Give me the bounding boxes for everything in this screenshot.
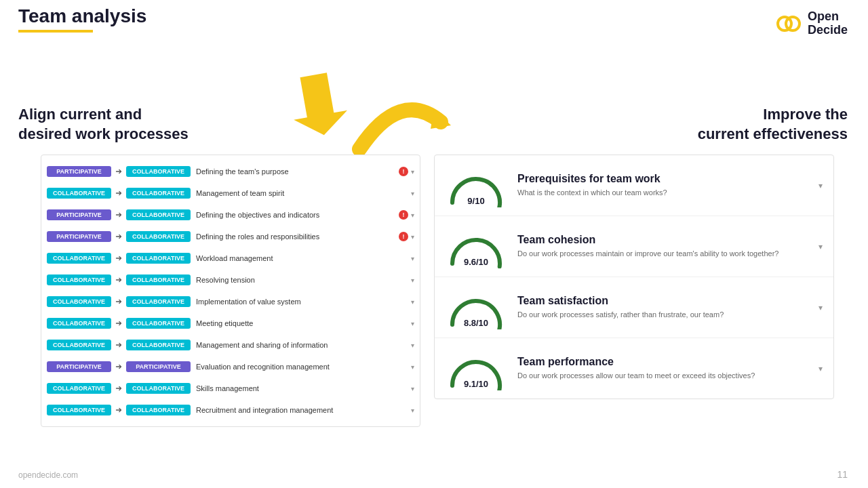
process-row[interactable]: PARTICIPATIVE COLLABORATIVE Defining the… (41, 161, 420, 182)
process-row[interactable]: PARTICIPATIVE COLLABORATIVE Defining the… (41, 204, 420, 226)
process-row[interactable]: COLLABORATIVE COLLABORATIVE Meeting etiq… (41, 312, 420, 334)
alert-indicator: ! (399, 167, 408, 176)
process-row[interactable]: PARTICIPATIVE COLLABORATIVE Defining the… (41, 226, 420, 247)
metric-info: Team cohesion Do our work processes main… (517, 234, 808, 259)
metric-chevron-icon: ▾ (818, 364, 823, 373)
badge-desired: COLLABORATIVE (126, 274, 191, 285)
gauge-svg: 9.1/10 (446, 346, 507, 390)
gauge-container: 8.8/10 (446, 285, 507, 329)
process-name: Resolving tension (196, 275, 408, 285)
metric-info: Team satisfaction Do our work processes … (517, 295, 808, 320)
metric-info: Prerequisites for team work What is the … (517, 173, 808, 198)
process-name: Implementation of value system (196, 297, 408, 306)
process-name: Evaluation and recognition management (196, 362, 408, 371)
alert-indicator: ! (399, 232, 408, 241)
chevron-icon: ▾ (411, 407, 414, 414)
metric-row-performance[interactable]: 9.1/10 Team performance Do our work proc… (435, 338, 833, 399)
badge-current: COLLABORATIVE (47, 274, 111, 285)
arrow-right-icon (114, 275, 123, 285)
svg-marker-2 (287, 70, 351, 140)
metric-title: Team cohesion (517, 234, 808, 246)
metric-description: Do our work processes maintain or improv… (517, 249, 808, 259)
svg-text:9.1/10: 9.1/10 (464, 379, 488, 389)
badge-current: PARTICIPATIVE (47, 361, 111, 372)
process-name: Management of team spirit (196, 188, 408, 198)
page-header: Team analysis (18, 5, 146, 33)
svg-marker-3 (431, 108, 451, 129)
badge-current: PARTICIPATIVE (47, 166, 111, 177)
gauge-container: 9/10 (446, 163, 507, 207)
badge-current: COLLABORATIVE (47, 340, 111, 350)
arrow-right-icon (114, 188, 123, 198)
alert-indicator: ! (399, 210, 408, 220)
badge-desired: COLLABORATIVE (126, 166, 191, 177)
chevron-icon: ▾ (411, 211, 414, 219)
chevron-icon: ▾ (411, 255, 414, 262)
svg-text:8.8/10: 8.8/10 (464, 318, 488, 328)
process-row[interactable]: COLLABORATIVE COLLABORATIVE Skills manag… (41, 378, 420, 399)
badge-desired: COLLABORATIVE (126, 405, 191, 415)
metric-title: Prerequisites for team work (517, 173, 808, 185)
badge-desired: COLLABORATIVE (126, 318, 191, 329)
badge-current: COLLABORATIVE (47, 405, 111, 415)
chevron-icon: ▾ (411, 233, 414, 241)
gauge-svg: 9/10 (446, 163, 507, 207)
badge-current: PARTICIPATIVE (47, 231, 111, 242)
process-name: Recruitment and integration management (196, 405, 408, 415)
process-name: Defining the team's purpose (196, 167, 396, 176)
badge-desired: COLLABORATIVE (126, 340, 191, 350)
badge-desired: COLLABORATIVE (126, 253, 191, 264)
arrow-right-icon (114, 210, 123, 220)
process-row[interactable]: COLLABORATIVE COLLABORATIVE Management o… (41, 182, 420, 204)
right-panel: 9/10 Prerequisites for team work What is… (434, 155, 834, 399)
metric-chevron-icon: ▾ (818, 303, 823, 312)
metric-row-cohesion[interactable]: 9.6/10 Team cohesion Do our work process… (435, 216, 833, 277)
chevron-icon: ▾ (411, 385, 414, 392)
metric-title: Team satisfaction (517, 295, 808, 307)
decorative-arrows (251, 68, 454, 163)
metric-chevron-icon: ▾ (818, 242, 823, 251)
gauge-container: 9.6/10 (446, 224, 507, 268)
metric-row-satisfaction[interactable]: 8.8/10 Team satisfaction Do our work pro… (435, 277, 833, 338)
arrow-right-icon (114, 362, 123, 371)
process-row[interactable]: COLLABORATIVE COLLABORATIVE Management a… (41, 334, 420, 356)
chevron-icon: ▾ (411, 363, 414, 371)
metric-info: Team performance Do our work processes a… (517, 356, 808, 381)
chevron-icon: ▾ (411, 342, 414, 349)
logo-text: Open Decide (808, 10, 848, 37)
process-row[interactable]: COLLABORATIVE COLLABORATIVE Implementati… (41, 291, 420, 312)
chevron-icon: ▾ (411, 277, 414, 284)
svg-text:9/10: 9/10 (467, 196, 484, 206)
badge-current: COLLABORATIVE (47, 383, 111, 394)
metric-chevron-icon: ▾ (818, 181, 823, 190)
process-row[interactable]: COLLABORATIVE COLLABORATIVE Recruitment … (41, 399, 420, 421)
badge-current: COLLABORATIVE (47, 296, 111, 307)
svg-text:9.6/10: 9.6/10 (464, 257, 488, 267)
left-section-heading: Align current and desired work processes (18, 105, 189, 144)
page-title: Team analysis (18, 5, 146, 27)
logo-icon (775, 10, 802, 37)
process-name: Defining the objectives and indicators (196, 210, 396, 220)
badge-desired: COLLABORATIVE (126, 209, 191, 220)
process-name: Management and sharing of information (196, 340, 408, 350)
arrow-right-icon (114, 405, 123, 415)
process-name: Workload management (196, 253, 408, 263)
badge-current: COLLABORATIVE (47, 188, 111, 199)
process-row[interactable]: COLLABORATIVE COLLABORATIVE Resolving te… (41, 269, 420, 291)
footer-page-number: 11 (837, 469, 848, 480)
title-underline (18, 30, 93, 33)
badge-desired: COLLABORATIVE (126, 231, 191, 242)
arrow-right-icon (114, 297, 123, 306)
process-row[interactable]: COLLABORATIVE COLLABORATIVE Workload man… (41, 247, 420, 269)
arrow-right-icon (114, 232, 123, 241)
arrow-right-icon (114, 340, 123, 350)
process-row[interactable]: PARTICIPATIVE PARTICIPATIVE Evaluation a… (41, 356, 420, 378)
chevron-icon: ▾ (411, 190, 414, 197)
metric-row-prerequisites[interactable]: 9/10 Prerequisites for team work What is… (435, 155, 833, 216)
badge-current: COLLABORATIVE (47, 318, 111, 329)
metric-description: What is the context in which our team wo… (517, 188, 808, 198)
badge-desired: COLLABORATIVE (126, 188, 191, 199)
chevron-icon: ▾ (411, 298, 414, 306)
process-name: Meeting etiquette (196, 319, 408, 328)
process-name: Skills management (196, 384, 408, 393)
